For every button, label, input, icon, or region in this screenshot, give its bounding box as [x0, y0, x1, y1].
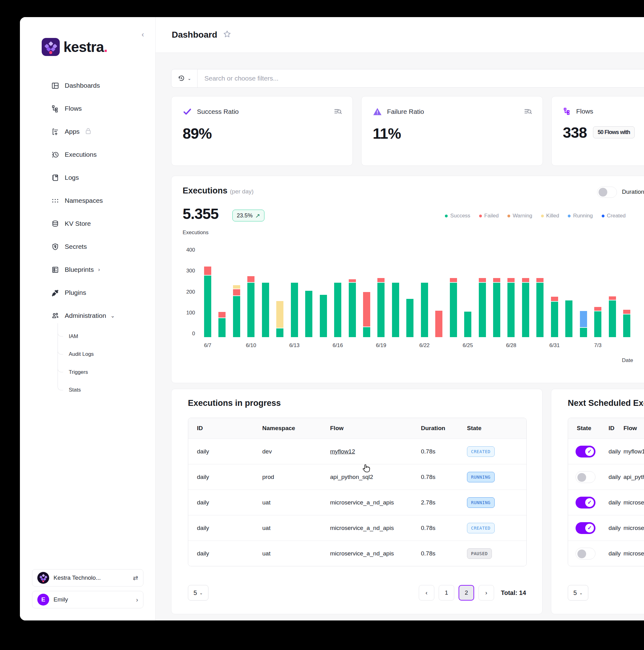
page-title: Dashboard: [172, 30, 217, 40]
bar-6/20[interactable]: [392, 283, 399, 337]
workspace-switcher[interactable]: Kestra Technolo... ⇄: [32, 569, 143, 586]
sidebar-item-flows[interactable]: Flows: [20, 97, 155, 120]
executions-in-progress-table: IDNamespaceFlowDurationStatedailydevmyfl…: [188, 418, 527, 566]
schedule-toggle-off[interactable]: [576, 548, 596, 559]
history-filter-button[interactable]: ⌄: [171, 69, 198, 87]
flow-link[interactable]: microservice_a_nd_apis: [330, 525, 394, 532]
bar-7/5[interactable]: [623, 310, 630, 337]
list-search-icon[interactable]: [333, 107, 343, 117]
app-window: ‹ kestra. DashboardsFlowsAppsExecutionsL…: [20, 17, 644, 620]
cell-flow[interactable]: microservice_a_nd_apis: [623, 550, 644, 557]
bar-6/8[interactable]: [218, 312, 225, 337]
sidebar-subitem-triggers[interactable]: Triggers: [20, 363, 155, 381]
sidebar-subitem-stats[interactable]: Stats: [20, 381, 155, 399]
bar-segment-success: [536, 283, 543, 337]
list-search-icon[interactable]: [523, 107, 533, 117]
sidebar-subitem-label: Stats: [69, 387, 81, 393]
sidebar-item-plugins[interactable]: Plugins: [20, 281, 155, 304]
sidebar-subitem-audit-logs[interactable]: Audit Logs: [20, 346, 155, 363]
bar-6/22[interactable]: [421, 283, 428, 337]
sidebar-item-dashboards[interactable]: Dashboards: [20, 74, 155, 97]
bar-6/31[interactable]: [551, 297, 558, 337]
sidebar-item-blueprints[interactable]: Blueprints›: [20, 258, 155, 281]
sidebar-item-logs[interactable]: Logs: [20, 166, 155, 189]
sidebar-item-secrets[interactable]: Secrets: [20, 235, 155, 258]
bar-6/13[interactable]: [291, 283, 298, 337]
bar-6/21[interactable]: [406, 299, 414, 337]
next-page-button[interactable]: ›: [478, 585, 494, 601]
bar-6/16[interactable]: [334, 283, 341, 337]
bar-6/25[interactable]: [464, 312, 471, 337]
flow-link[interactable]: microservice_a_nd_apis: [330, 499, 394, 506]
page-size-select[interactable]: 5⌄: [188, 585, 209, 601]
bar-7/4[interactable]: [609, 296, 616, 337]
flow-link[interactable]: myflow12: [330, 448, 355, 455]
bar-6/11[interactable]: [262, 283, 269, 337]
page-size-select[interactable]: 5⌄: [568, 585, 588, 601]
sidebar-subitem-iam[interactable]: IAM: [20, 327, 155, 345]
bar-segment-success: [363, 327, 370, 337]
bar-6/26[interactable]: [479, 278, 486, 337]
legend-item-created[interactable]: Created: [602, 213, 625, 219]
sidebar-item-label: Dashboards: [65, 82, 100, 89]
duration-toggle[interactable]: [597, 187, 617, 198]
bar-7/1[interactable]: [565, 300, 572, 337]
cell-flow[interactable]: microservice_a_nd_apis: [623, 525, 644, 532]
bar-6/12[interactable]: [276, 301, 283, 337]
bar-7/2[interactable]: [580, 311, 587, 337]
sidebar-item-namespaces[interactable]: Namespaces: [20, 189, 155, 212]
legend-item-success[interactable]: Success: [445, 213, 470, 219]
user-menu[interactable]: E Emily ›: [32, 591, 143, 608]
bar-6/17[interactable]: [349, 279, 356, 337]
bar-6/29[interactable]: [522, 278, 529, 337]
legend-item-warning[interactable]: Warning: [507, 213, 532, 219]
sidebar-item-label: KV Store: [65, 220, 91, 227]
table-row: dailydevmyflow120.78sCREATED: [188, 438, 526, 464]
flow-link[interactable]: microservice_a_nd_apis: [330, 550, 394, 557]
growth-badge: 23.5% ↗: [232, 210, 264, 221]
bar-6/30[interactable]: [536, 278, 543, 337]
favorite-star-icon[interactable]: [223, 30, 231, 40]
bar-6/24[interactable]: [450, 278, 457, 337]
prev-page-button[interactable]: ‹: [419, 585, 434, 601]
table-row: ✓dailymicroservice_a_nd_apis: [568, 490, 644, 515]
legend-item-killed[interactable]: Killed: [541, 213, 559, 219]
legend-item-running[interactable]: Running: [568, 213, 593, 219]
sidebar-item-kv-store[interactable]: KV Store: [20, 212, 155, 235]
schedule-toggle-off[interactable]: [576, 471, 596, 483]
column-header-duration: Duration: [421, 425, 445, 432]
x-tick-label: 6/31: [544, 342, 564, 349]
bar-7/3[interactable]: [594, 307, 601, 337]
schedule-toggle-on[interactable]: ✓: [576, 522, 596, 534]
sidebar-item-apps[interactable]: Apps: [20, 120, 155, 143]
bar-6/23[interactable]: [435, 311, 442, 337]
sidebar-collapse-icon[interactable]: ‹: [142, 30, 144, 39]
x-tick-label: 7/3: [588, 342, 608, 349]
cell-flow[interactable]: myflow12: [623, 448, 644, 455]
schedule-toggle-on[interactable]: ✓: [576, 446, 596, 458]
bar-6/27[interactable]: [493, 278, 500, 337]
bar-segment-success: [479, 283, 486, 337]
bar-6/9[interactable]: [233, 285, 240, 337]
schedule-toggle-on[interactable]: ✓: [576, 497, 596, 508]
bar-6/7[interactable]: [204, 266, 211, 337]
bar-6/15[interactable]: [320, 295, 327, 337]
page-button-1[interactable]: 1: [439, 585, 454, 601]
bar-segment-success: [334, 283, 341, 337]
workspace-swap-icon[interactable]: ⇄: [133, 574, 138, 582]
sidebar-item-executions[interactable]: Executions: [20, 143, 155, 166]
legend-item-failed[interactable]: Failed: [479, 213, 499, 219]
cell-flow[interactable]: api_python_sql2: [623, 474, 644, 480]
bar-6/28[interactable]: [507, 278, 514, 337]
search-input[interactable]: [198, 75, 644, 82]
bar-6/14[interactable]: [305, 291, 312, 337]
bar-6/10[interactable]: [247, 276, 254, 337]
total-count: Total: 14: [501, 589, 526, 597]
bar-6/19[interactable]: [378, 278, 385, 337]
bar-segment-success: [305, 291, 312, 337]
state-badge: CREATED: [467, 446, 495, 457]
bar-6/18[interactable]: [363, 292, 370, 337]
page-button-2[interactable]: 2: [459, 585, 474, 601]
sidebar-item-administration[interactable]: Administration⌄: [20, 304, 155, 327]
cell-flow[interactable]: microservice_a_nd_apis: [623, 499, 644, 506]
